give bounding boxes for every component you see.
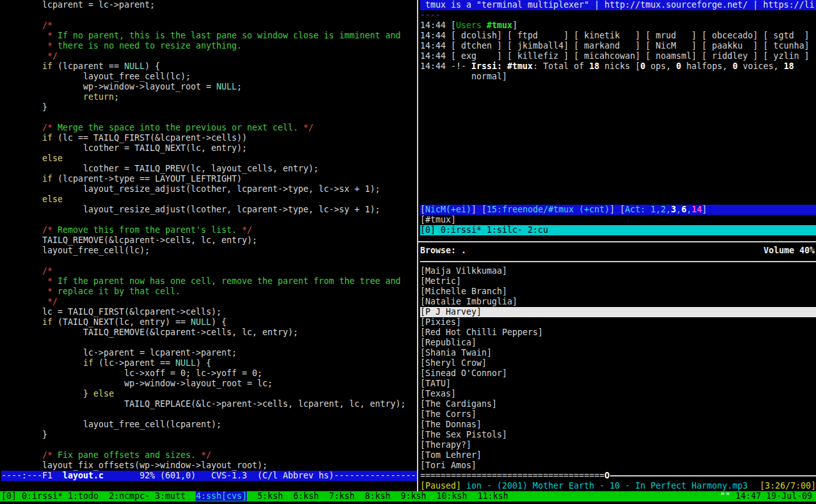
text-segment: TAILQ_REMOVE(&lcparent->cells, lc, entry… <box>1 235 257 245</box>
artist-item[interactable]: [Maija Vilkkumaa] <box>420 266 816 276</box>
code-line: else <box>1 194 417 205</box>
now-playing: [Paused] ion - (2001) Mother Earth - 10 … <box>420 481 748 491</box>
tmux-window-4-alert[interactable]: 4:ssh[cvs] <box>196 491 247 501</box>
artist-item[interactable]: [TATU] <box>420 379 816 389</box>
code-line: * If no parent, this is the last pane so… <box>1 31 417 41</box>
text-segment: wp->window->layout_root = lc; <box>1 379 272 388</box>
code-line: */ <box>1 51 417 61</box>
code-line: * there is no need to resize anything. <box>1 41 417 51</box>
artist-item[interactable]: [Texas] <box>420 389 816 399</box>
artist-item[interactable]: [The Cardigans] <box>420 399 816 409</box>
artist-item[interactable]: [Sinead O'Connor] <box>420 368 816 379</box>
progress-knob[interactable]: O <box>604 471 609 481</box>
code-line: layout_free_cell(lcparent); <box>1 420 417 430</box>
text-segment <box>1 194 42 204</box>
text-segment <box>427 491 437 501</box>
text-segment: layout_resize_adjust(lcother, lcparent->… <box>1 205 380 214</box>
artist-item[interactable]: [Sheryl Crow] <box>420 358 816 368</box>
ncmpc-pane[interactable]: Browse: . Volume 40% [Maija Vilkkumaa][M… <box>420 246 816 491</box>
artist-item[interactable]: [Tori Amos] <box>420 461 816 471</box>
artist-item[interactable]: [Pixies] <box>420 317 816 327</box>
artist-item[interactable]: [The Donnas] <box>420 420 816 430</box>
text-segment: /* <box>42 123 58 132</box>
text-segment: normal] <box>420 72 507 81</box>
code-line: layout_resize_adjust(lcother, lcparent->… <box>1 184 417 194</box>
text-segment: ----:---F1 <box>1 471 63 480</box>
text-segment: 18 <box>589 61 599 71</box>
artist-list: [Maija Vilkkumaa][Metric][Michelle Branc… <box>420 266 816 471</box>
text-segment: [ <box>420 205 425 214</box>
text-segment <box>391 491 401 501</box>
artist-item[interactable]: [Red Hot Chilli Peppers] <box>420 327 816 338</box>
text-segment <box>1 297 47 306</box>
artist-item[interactable]: [Therapy?] <box>420 440 816 450</box>
irssi-message-line: normal] <box>420 72 816 82</box>
code-line: if (lc->parent == NULL) { <box>1 358 417 368</box>
artist-item[interactable]: [Republica] <box>420 338 816 348</box>
text-segment: NULL <box>124 61 145 71</box>
text-segment: * <box>47 287 58 296</box>
ncmpc-progress-bar[interactable]: ====================================O <box>420 471 816 481</box>
code-line: /* Remove this from the parent's list. *… <box>1 225 417 235</box>
text-segment: layout_resize_adjust(lcother, lcparent->… <box>1 184 380 194</box>
artist-item[interactable]: [Tom Lehrer] <box>420 450 816 461</box>
artist-item[interactable]: [The Corrs] <box>420 409 816 420</box>
irssi-input-line[interactable]: [#tmux] <box>420 215 816 225</box>
tmux-window-9[interactable]: 9:ksh <box>401 491 427 501</box>
text-segment: Act: 1,2, <box>625 205 671 214</box>
ncmpc-title-separator <box>420 261 816 262</box>
tmux-window-5[interactable]: 5:ksh <box>257 491 283 501</box>
tmux-status-bar: [0] 0:irssi* 1:todo 2:ncmpc- 3:mutt 4:ss… <box>0 491 816 501</box>
tmux-window-6[interactable]: 6:ksh <box>293 491 318 501</box>
ncmpc-screen-title: Browse: . <box>420 246 466 256</box>
code-line: return; <box>1 92 417 102</box>
artist-item[interactable]: [Metric] <box>420 276 816 287</box>
text-segment <box>63 491 68 501</box>
artist-item[interactable]: [Shania Twain] <box>420 348 816 358</box>
text-segment: * <box>47 41 58 51</box>
tmux-window-11[interactable]: 11:ksh <box>478 491 508 501</box>
network-and-channel: 15:freenode/#tmux (+cnt) <box>487 205 609 214</box>
tmux-window-10[interactable]: 10:ksh <box>437 491 467 501</box>
text-segment <box>1 358 83 368</box>
track-time: [3:26/7:00] <box>760 481 816 491</box>
irssi-pane[interactable]: tmux is a "terminal multiplexer" | http:… <box>420 0 816 235</box>
text-segment: NULL <box>191 317 211 327</box>
text-segment: If no parent, this is the last pane so w… <box>58 31 400 40</box>
irssi-message-line: 14:44 [ dtchen ] [ jkimball4] [ markand … <box>420 41 816 51</box>
text-segment: 14:44 [ dcolish] [ ftpd ] [ kinetik ] [ … <box>420 31 809 40</box>
code-line: /* <box>1 20 417 31</box>
buffer-name: layout.c <box>63 471 104 480</box>
text-segment: lcother = TAILQ_NEXT(lc, entry); <box>1 143 247 153</box>
editor-pane[interactable]: lcparent = lc->parent; /* * If no parent… <box>1 0 417 491</box>
artist-item[interactable]: [Natalie Imbruglia] <box>420 297 816 307</box>
artist-item[interactable]: [The Sex Pistols] <box>420 430 816 440</box>
code-line <box>1 440 417 450</box>
artist-item-selected[interactable]: [P J Harvey] <box>420 307 816 317</box>
text-segment: 92% (601,0) CVS-1.3 (C/l Abbrev hs)-----… <box>104 471 416 480</box>
text-segment: lc->xoff = 0; lc->yoff = 0; <box>1 368 262 378</box>
tmux-window-3[interactable]: 3:mutt <box>155 491 185 501</box>
text-segment: (lcparent == <box>52 61 124 71</box>
tmux-window-8[interactable]: 8:ksh <box>365 491 391 501</box>
text-segment: if <box>42 61 52 71</box>
tmux-window-0[interactable]: 0:irssi* <box>22 491 63 501</box>
text-segment: 14:44 -!- <box>420 61 471 71</box>
text-segment: (lc->parent == <box>93 358 175 368</box>
tmux-window-7[interactable]: 7:ksh <box>329 491 354 501</box>
text-segment: if <box>42 133 52 143</box>
tmux-window-1[interactable]: 1:todo <box>68 491 98 501</box>
tmux-window-2[interactable]: 2:ncmpc- <box>109 491 150 501</box>
code-line: } <box>1 430 417 440</box>
text-segment: /* <box>42 225 58 235</box>
text-segment: layout_fix_offsets(wp->window->layout_ro… <box>1 461 267 470</box>
text-segment: if <box>42 317 52 327</box>
text-segment: 14 <box>691 205 702 214</box>
progress-elapsed: ==================================== <box>420 471 604 481</box>
ncmpc-volume: Volume 40% <box>764 246 815 256</box>
nick-and-usermode: NicM(+ei) <box>425 205 471 214</box>
text-segment: TAILQ_REPLACE(&lc->parent->cells, lcpare… <box>1 399 405 409</box>
code-line: if (lcparent == NULL) { <box>1 61 417 72</box>
artist-item[interactable]: [Michelle Branch] <box>420 287 816 297</box>
irssi-message-line: 14:44 [ exg ] [ killefiz ] [ micahcowan]… <box>420 51 816 61</box>
